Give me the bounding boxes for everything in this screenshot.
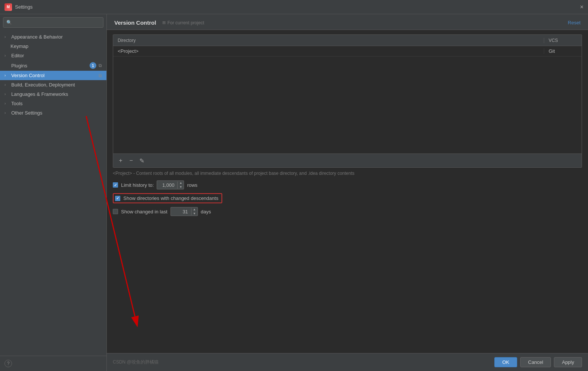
spinner-value: 1,000 — [157, 182, 178, 189]
content-area: Version Control ⊞ For current project Re… — [107, 14, 588, 371]
description-text: <Project> - Content roots of all modules… — [107, 168, 588, 179]
ok-button[interactable]: OK — [494, 357, 517, 367]
app-icon: M — [4, 3, 12, 11]
sidebar-item-languages[interactable]: › Languages & Frameworks — [0, 89, 106, 99]
arrow-icon: › — [4, 73, 9, 77]
search-icon: 🔍 — [6, 20, 12, 25]
sidebar-item-label: Appearance & Behavior — [11, 34, 102, 40]
spinner-down[interactable]: ▼ — [192, 212, 197, 216]
sidebar-item-other[interactable]: › Other Settings — [0, 108, 106, 118]
cancel-button[interactable]: Cancel — [520, 357, 551, 367]
table-body: <Project> Git — [113, 46, 582, 153]
bottom-bar: CSDN @咬鱼的胖橘猫 OK Cancel Apply — [107, 353, 588, 371]
help-button[interactable]: ? — [4, 360, 12, 367]
edit-button[interactable]: ✎ — [137, 156, 146, 165]
remove-button[interactable]: − — [127, 156, 136, 165]
sidebar-bottom: ? — [0, 356, 106, 371]
show-directories-label: Show directories with changed descendant… — [123, 195, 218, 201]
check-icon: ✓ — [114, 183, 117, 187]
show-changed-label: Show changed in last — [121, 209, 168, 215]
limit-history-checkbox-container[interactable]: ✓ Limit history to: — [113, 182, 154, 188]
for-project-label: For current project — [168, 20, 204, 25]
spinner-up[interactable]: ▲ — [178, 181, 184, 185]
for-project-link[interactable]: ⊞ For current project — [162, 20, 204, 25]
spinner-value: 31 — [171, 208, 192, 215]
limit-history-label: Limit history to: — [121, 182, 154, 188]
sidebar-item-label: Tools — [11, 101, 102, 106]
limit-history-spinner[interactable]: 1,000 ▲ ▼ — [157, 180, 184, 189]
add-button[interactable]: + — [116, 156, 125, 165]
sidebar-item-version-control[interactable]: › Version Control ⧉ — [0, 71, 106, 80]
arrow-icon: › — [4, 92, 9, 96]
sidebar-item-label: Build, Execution, Deployment — [11, 82, 102, 88]
project-icon: ⊞ — [162, 20, 166, 25]
spinner-down[interactable]: ▼ — [178, 185, 184, 189]
limit-history-option: ✓ Limit history to: 1,000 ▲ ▼ rows — [113, 180, 582, 189]
cell-directory: <Project> — [113, 48, 544, 54]
check-icon: ✓ — [116, 196, 119, 200]
title-bar-left: M Settings — [4, 3, 33, 11]
rows-label: rows — [187, 182, 197, 188]
content-header: Version Control ⊞ For current project Re… — [107, 14, 588, 30]
arrow-icon: › — [4, 111, 9, 115]
days-label: days — [201, 209, 211, 215]
arrow-icon: › — [4, 83, 9, 87]
table-header: Directory VCS — [113, 35, 582, 46]
watermark: CSDN @咬鱼的胖橘猫 — [113, 359, 491, 365]
show-directories-checkbox-container[interactable]: ✓ Show directories with changed descenda… — [115, 195, 218, 201]
show-directories-checkbox[interactable]: ✓ — [115, 196, 120, 201]
show-directories-highlight-box: ✓ Show directories with changed descenda… — [113, 193, 222, 203]
reset-button[interactable]: Reset — [568, 20, 581, 25]
plugins-badge: 1 — [90, 62, 96, 69]
copy-icon: ⧉ — [99, 73, 102, 78]
column-header-directory: Directory — [113, 38, 544, 43]
show-directories-option: ✓ Show directories with changed descenda… — [113, 193, 582, 203]
sidebar-item-label: Languages & Frameworks — [11, 91, 102, 97]
spinner-arrows: ▲ ▼ — [178, 181, 184, 189]
table-toolbar: + − ✎ — [113, 153, 582, 167]
show-changed-checkbox[interactable] — [113, 209, 118, 214]
table-row[interactable]: <Project> Git — [113, 46, 582, 57]
apply-button[interactable]: Apply — [554, 357, 582, 367]
limit-history-checkbox[interactable]: ✓ — [113, 182, 118, 188]
show-changed-option: Show changed in last 31 ▲ ▼ days — [113, 207, 582, 216]
sidebar-item-label: Plugins — [11, 63, 87, 69]
spacer — [107, 221, 588, 353]
arrow-icon: › — [4, 101, 9, 106]
sidebar-item-build[interactable]: › Build, Execution, Deployment — [0, 80, 106, 89]
title-bar: M Settings × — [0, 0, 588, 14]
sidebar-item-keymap[interactable]: Keymap — [0, 42, 106, 51]
sidebar-item-label: Editor — [11, 53, 102, 58]
close-button[interactable]: × — [580, 4, 584, 10]
options-section: ✓ Limit history to: 1,000 ▲ ▼ rows — [107, 179, 588, 221]
search-box[interactable]: 🔍 — [3, 17, 103, 28]
arrow-icon: › — [4, 54, 9, 58]
sidebar-item-appearance[interactable]: › Appearance & Behavior — [0, 32, 106, 42]
sidebar-item-editor[interactable]: › Editor — [0, 51, 106, 60]
vcs-table: Directory VCS <Project> Git + − ✎ — [113, 34, 582, 168]
copy-icon: ⧉ — [99, 63, 102, 68]
nav-items: › Appearance & Behavior Keymap › Editor … — [0, 31, 106, 356]
show-changed-spinner[interactable]: 31 ▲ ▼ — [171, 207, 198, 216]
watermark-text: CSDN @咬鱼的胖橘猫 — [113, 359, 159, 365]
sidebar-item-label: Other Settings — [11, 110, 102, 116]
window-title: Settings — [15, 4, 33, 10]
sidebar-item-label: Keymap — [10, 43, 102, 49]
spinner-arrows: ▲ ▼ — [192, 207, 197, 216]
search-input[interactable] — [14, 20, 100, 25]
sidebar-item-plugins[interactable]: Plugins 1 ⧉ — [0, 60, 106, 71]
show-changed-checkbox-container[interactable]: Show changed in last — [113, 209, 168, 215]
column-header-vcs: VCS — [544, 38, 582, 43]
sidebar-item-tools[interactable]: › Tools — [0, 99, 106, 108]
sidebar-item-label: Version Control — [11, 73, 96, 78]
page-title: Version Control — [114, 19, 156, 26]
cell-vcs: Git — [544, 48, 582, 54]
sidebar: 🔍 › Appearance & Behavior Keymap › Edito… — [0, 14, 107, 371]
arrow-icon: › — [4, 35, 9, 39]
content-header-left: Version Control ⊞ For current project — [114, 19, 204, 26]
main-layout: 🔍 › Appearance & Behavior Keymap › Edito… — [0, 14, 588, 371]
spinner-up[interactable]: ▲ — [192, 207, 197, 212]
